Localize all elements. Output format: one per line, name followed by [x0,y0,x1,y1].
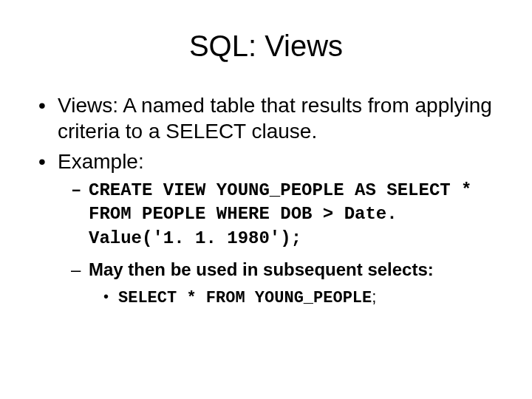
select-sublist: SELECT * FROM YOUNG_PEOPLE; [89,287,495,310]
example-sublist: CREATE VIEW YOUNG_PEOPLE AS SELECT * FRO… [58,179,495,309]
bullet-views-definition: Views: A named table that results from a… [37,92,495,144]
slide: SQL: Views Views: A named table that res… [0,0,532,399]
bullet-example: Example: CREATE VIEW YOUNG_PEOPLE AS SEL… [37,149,495,309]
create-view-code: CREATE VIEW YOUNG_PEOPLE AS SELECT * FRO… [71,179,495,250]
select-example-code: SELECT * FROM YOUNG_PEOPLE [118,289,372,307]
select-example: SELECT * FROM YOUNG_PEOPLE; [102,287,495,310]
subsequent-selects-text: May then be used in subsequent selects: [89,259,434,279]
select-example-semicolon: ; [372,287,376,306]
slide-title: SQL: Views [37,30,495,63]
subsequent-selects-note: May then be used in subsequent selects: … [71,258,495,309]
bullet-example-label: Example: [58,150,144,173]
bullet-list: Views: A named table that results from a… [37,92,495,309]
